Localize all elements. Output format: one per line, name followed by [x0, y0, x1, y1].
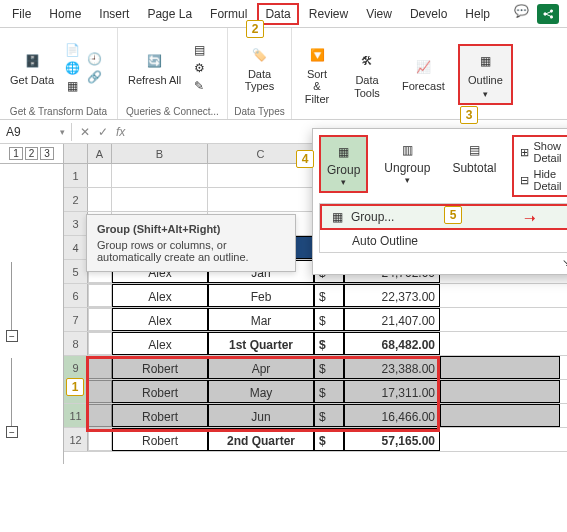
from-text-icon[interactable]: 📄	[64, 42, 80, 58]
chevron-down-icon: ▾	[405, 175, 410, 185]
tab-view[interactable]: View	[358, 3, 400, 25]
outline-levels[interactable]: 123	[0, 144, 63, 164]
chevron-down-icon: ▾	[341, 177, 346, 187]
tab-developer[interactable]: Develo	[402, 3, 455, 25]
outline-collapse-2[interactable]: −	[6, 426, 18, 438]
tooltip-title: Group (Shift+Alt+Right)	[97, 223, 285, 235]
row-10: 10RobertMay$17,311.00	[64, 380, 567, 404]
callout-3: 3	[460, 106, 478, 124]
refresh-icon: 🔄	[144, 50, 166, 72]
col-header-b[interactable]: B	[112, 144, 208, 163]
ribbon-tabs: File Home Insert Page La Formul Data Rev…	[0, 0, 567, 28]
group-tooltip: Group (Shift+Alt+Right) Group rows or co…	[86, 214, 296, 272]
cancel-icon[interactable]: ✕	[80, 125, 90, 139]
subtotal-icon: ▤	[463, 139, 485, 161]
comments-icon[interactable]: 💬	[514, 4, 529, 24]
tab-home[interactable]: Home	[41, 3, 89, 25]
outline-button[interactable]: ▦ Outline ▾	[458, 44, 513, 104]
auto-outline-menu-item[interactable]: Auto Outline	[320, 230, 567, 252]
row-8: 8Alex1st Quarter$68,482.00	[64, 332, 567, 356]
existing-conn-icon[interactable]: 🔗	[86, 69, 102, 85]
col-header-a[interactable]: A	[88, 144, 112, 163]
tooltip-body: Group rows or columns, or automatically …	[97, 239, 285, 263]
outline-icon: ▦	[474, 50, 496, 72]
data-types-icon: 🏷️	[249, 44, 271, 66]
get-data-button[interactable]: 🗄️ Get Data	[6, 48, 58, 88]
plus-icon: ⊞	[520, 146, 529, 159]
sort-filter-button[interactable]: 🔽 Sort & Filter	[298, 42, 336, 106]
tab-help[interactable]: Help	[457, 3, 498, 25]
ungroup-icon: ▥	[396, 139, 418, 161]
data-tools-icon: 🛠	[356, 50, 378, 72]
get-data-icon: 🗄️	[21, 50, 43, 72]
name-box[interactable]: A9▾	[0, 123, 72, 141]
callout-1: 1	[66, 378, 84, 396]
subtotal-button[interactable]: ▤ Subtotal	[446, 135, 502, 179]
tab-review[interactable]: Review	[301, 3, 356, 25]
forecast-button[interactable]: 📈 Forecast	[398, 54, 449, 94]
group-icon: ▦	[333, 141, 355, 163]
group-button[interactable]: ▦ Group ▾	[319, 135, 368, 193]
dialog-launcher-icon[interactable]: ↘	[562, 257, 567, 268]
edit-links-icon[interactable]: ✎	[191, 78, 207, 94]
callout-4: 4	[296, 150, 314, 168]
share-button[interactable]	[537, 4, 559, 24]
ungroup-button[interactable]: ▥ Ungroup ▾	[378, 135, 436, 189]
properties-icon[interactable]: ⚙	[191, 60, 207, 76]
callout-2: 2	[246, 20, 264, 38]
hide-detail-button[interactable]: ⊟Hide Detail	[516, 167, 565, 193]
row-12: 12Robert2nd Quarter$57,165.00	[64, 428, 567, 452]
recent-sources-icon[interactable]: 🕘	[86, 51, 102, 67]
tab-file[interactable]: File	[4, 3, 39, 25]
row-6: 6AlexFeb$22,373.00	[64, 284, 567, 308]
queries-icon[interactable]: ▤	[191, 42, 207, 58]
group-icon: ▦	[332, 210, 343, 224]
data-tools-button[interactable]: 🛠 Data Tools	[348, 48, 386, 100]
outline-dropdown: ▦ Group ▾ ▥ Ungroup ▾ ▤ Subtotal ⊞Show D…	[312, 128, 567, 275]
tab-page-layout[interactable]: Page La	[139, 3, 200, 25]
row-7: 7AlexMar$21,407.00	[64, 308, 567, 332]
data-types-button[interactable]: 🏷️ Data Types	[234, 42, 285, 94]
group-label-transform: Get & Transform Data	[6, 104, 111, 117]
callout-5: 5	[444, 206, 462, 224]
chevron-down-icon: ▾	[60, 127, 65, 137]
group-label-queries: Queries & Connect...	[124, 104, 221, 117]
ribbon: 🗄️ Get Data 📄 🌐 ▦ 🕘 🔗 Get & Transform Da…	[0, 28, 567, 120]
minus-icon: ⊟	[520, 174, 529, 187]
arrow-icon: ➝	[524, 210, 536, 226]
show-detail-button[interactable]: ⊞Show Detail	[516, 139, 565, 165]
outline-column: 123 − −	[0, 144, 64, 464]
from-table-icon[interactable]: ▦	[64, 78, 80, 94]
chevron-down-icon: ▾	[483, 89, 488, 99]
enter-icon[interactable]: ✓	[98, 125, 108, 139]
row-11: 11RobertJun$16,466.00	[64, 404, 567, 428]
tab-insert[interactable]: Insert	[91, 3, 137, 25]
row-9: 9RobertApr$23,388.00	[64, 356, 567, 380]
from-web-icon[interactable]: 🌐	[64, 60, 80, 76]
group-label-types: Data Types	[234, 104, 285, 117]
refresh-all-button[interactable]: 🔄 Refresh All	[124, 48, 185, 88]
sort-filter-icon: 🔽	[306, 44, 328, 66]
fx-icon[interactable]: fx	[116, 125, 125, 139]
forecast-icon: 📈	[412, 56, 434, 78]
outline-collapse-1[interactable]: −	[6, 330, 18, 342]
